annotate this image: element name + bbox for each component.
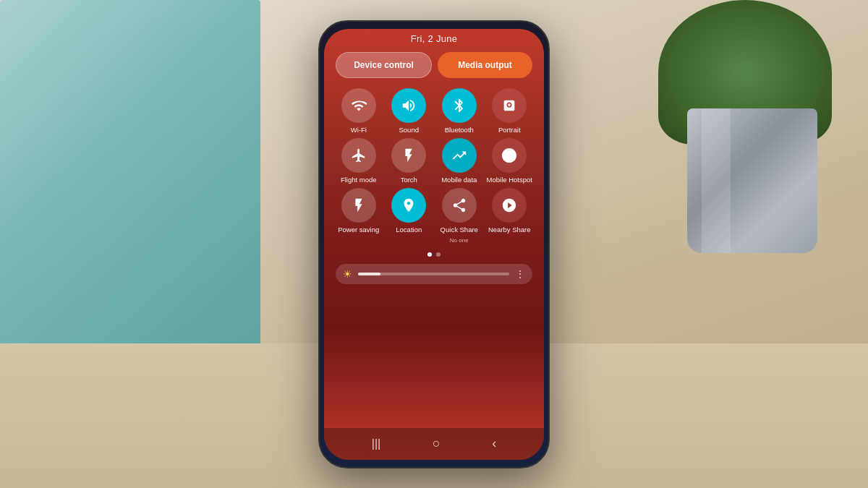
mobile-data-tile-icon — [442, 138, 477, 173]
home-icon[interactable]: ○ — [433, 436, 441, 451]
torch-tile-label: Torch — [401, 176, 417, 184]
navigation-bar: ||| ○ ‹ — [324, 428, 544, 460]
brightness-row[interactable]: ☀ ⋮ — [336, 264, 532, 284]
device-control-button[interactable]: Device control — [336, 52, 432, 78]
recent-apps-icon[interactable]: ||| — [372, 437, 380, 450]
back-icon[interactable]: ‹ — [492, 436, 496, 451]
wifi-tile-label: Wi-Fi — [351, 126, 367, 134]
phone-screen: Fri, 2 June Device control Media output — [324, 29, 544, 460]
volume-down-button — [318, 127, 319, 166]
brightness-more-icon[interactable]: ⋮ — [515, 268, 525, 280]
bluetooth-tile-icon — [442, 88, 477, 123]
sound-tile[interactable]: Sound — [386, 88, 433, 134]
sound-tile-label: Sound — [399, 126, 419, 134]
quick-settings-panel: Device control Media output Wi-Fi — [324, 52, 544, 284]
nearby-share-tile-icon — [492, 188, 527, 223]
quick-share-tile-icon — [442, 188, 477, 223]
phone-body: Fri, 2 June Device control Media output — [318, 20, 550, 468]
portrait-tile-icon — [492, 88, 527, 123]
quick-share-tile-label: Quick Share — [441, 226, 478, 234]
mobile-hotspot-tile-label: Mobile Hotspot — [487, 176, 532, 184]
power-saving-tile[interactable]: Power saving — [336, 188, 382, 243]
brightness-icon: ☀ — [343, 268, 352, 280]
media-output-button[interactable]: Media output — [438, 52, 532, 78]
plant-pot — [687, 108, 817, 253]
nearby-share-tile-label: Nearby Share — [488, 226, 531, 234]
pagination-dots — [336, 252, 532, 257]
plant-container — [644, 0, 832, 325]
mobile-data-tile-label: Mobile data — [441, 176, 477, 184]
tiles-grid: Wi-Fi Sound — [336, 88, 532, 244]
date-display: Fri, 2 June — [411, 33, 458, 44]
portrait-tile[interactable]: Portrait — [487, 88, 533, 134]
brightness-fill — [358, 273, 380, 275]
power-saving-tile-label: Power saving — [338, 226, 379, 234]
quick-share-tile[interactable]: Quick Share No one — [436, 188, 482, 243]
status-bar: Fri, 2 June — [324, 29, 544, 49]
location-tile-label: Location — [396, 226, 422, 234]
bixby-button — [318, 174, 319, 213]
volume-up-button — [318, 94, 319, 119]
pagination-dot-1 — [427, 252, 432, 257]
portrait-tile-label: Portrait — [498, 126, 521, 134]
flight-mode-tile-label: Flight mode — [341, 176, 377, 184]
brightness-track[interactable] — [358, 273, 509, 275]
location-tile[interactable]: Location — [386, 188, 433, 243]
location-tile-icon — [391, 188, 426, 223]
bluetooth-tile[interactable]: Bluetooth — [436, 88, 482, 134]
flight-mode-tile[interactable]: Flight mode — [336, 138, 382, 184]
teal-box — [0, 0, 260, 347]
bluetooth-tile-label: Bluetooth — [445, 126, 474, 134]
pagination-dot-2 — [436, 252, 441, 257]
nearby-share-tile[interactable]: Nearby Share — [487, 188, 533, 243]
mobile-hotspot-tile[interactable]: Mobile Hotspot — [487, 138, 533, 184]
power-saving-tile-icon — [341, 188, 376, 223]
sound-tile-icon — [391, 88, 426, 123]
mobile-hotspot-tile-icon — [492, 138, 527, 173]
power-button — [549, 108, 550, 152]
wifi-tile[interactable]: Wi-Fi — [336, 88, 382, 134]
torch-tile[interactable]: Torch — [386, 138, 433, 184]
qs-top-buttons: Device control Media output — [336, 52, 532, 78]
mobile-data-tile[interactable]: Mobile data — [436, 138, 482, 184]
phone-wrapper: Fri, 2 June Device control Media output — [318, 20, 550, 468]
wifi-tile-icon — [341, 88, 376, 123]
quick-share-tile-sublabel: No one — [450, 237, 469, 244]
flight-mode-tile-icon — [341, 138, 376, 173]
torch-tile-icon — [391, 138, 426, 173]
